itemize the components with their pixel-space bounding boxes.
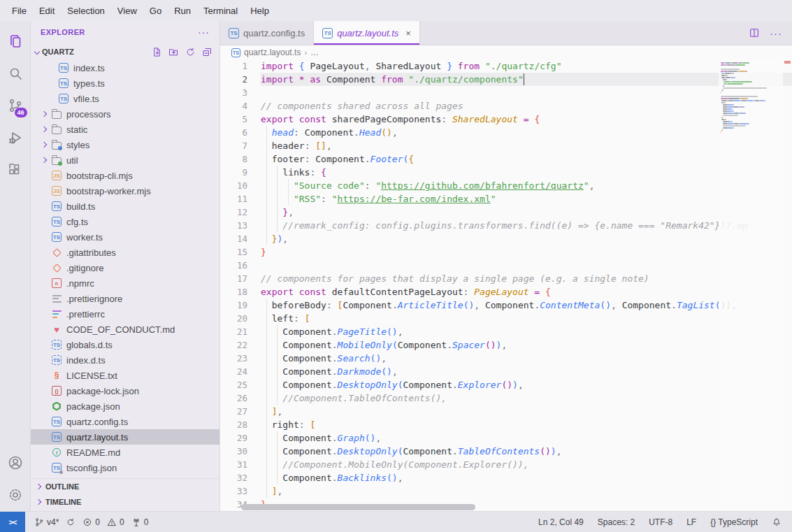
- new-folder-icon[interactable]: [168, 47, 179, 57]
- tree-item--gitignore[interactable]: .gitignore: [31, 260, 219, 275]
- remote-indicator-button[interactable]: ><: [0, 512, 25, 532]
- code-line-11[interactable]: 11 "RSS": "https://be-far.com/index.xml": [220, 192, 792, 206]
- code-line-14[interactable]: 14 }),: [220, 232, 792, 245]
- code-line-31[interactable]: 31 //Component.MobileOnly(Component.Expl…: [220, 458, 792, 471]
- tab-quartz-layout-ts[interactable]: TSquartz.layout.ts×: [314, 21, 420, 45]
- code-line-24[interactable]: 24 Component.Darkmode(),: [220, 365, 792, 378]
- tree-item--prettierignore[interactable]: .prettierignore: [31, 291, 219, 306]
- breadcrumb-symbol[interactable]: …: [310, 48, 319, 57]
- tree-item-vfile-ts[interactable]: TSvfile.ts: [31, 91, 219, 106]
- tree-item-readme-md[interactable]: iREADME.md: [31, 445, 219, 460]
- account-icon[interactable]: [0, 447, 31, 479]
- tree-item-globals-d-ts[interactable]: TSglobals.d.ts: [31, 337, 219, 352]
- tree-item-index-ts[interactable]: TSindex.ts: [31, 60, 219, 76]
- code-line-21[interactable]: 21 Component.PageTitle(),: [220, 325, 792, 338]
- status-spaces-2[interactable]: Spaces: 2: [596, 517, 637, 527]
- status-v4-[interactable]: v4*: [32, 517, 61, 527]
- section-timeline[interactable]: TIMELINE: [31, 494, 219, 510]
- status-0[interactable]: 0: [80, 517, 102, 527]
- menu-run[interactable]: Run: [168, 3, 197, 19]
- more-actions-icon[interactable]: ···: [198, 27, 210, 38]
- menu-go[interactable]: Go: [143, 3, 168, 19]
- tree-item-worker-ts[interactable]: TSworker.ts: [31, 229, 219, 245]
- tab-quartz-config-ts[interactable]: TSquartz.config.ts: [220, 21, 314, 45]
- new-file-icon[interactable]: [152, 47, 162, 57]
- code-line-6[interactable]: 6 head: Component.Head(),: [220, 126, 792, 139]
- code-line-16[interactable]: 16: [220, 259, 792, 272]
- menu-file[interactable]: File: [6, 3, 33, 19]
- more-actions-icon[interactable]: ···: [770, 27, 782, 39]
- status-bell[interactable]: [770, 517, 784, 527]
- code-line-19[interactable]: 19 beforeBody: [Component.ArticleTitle()…: [220, 299, 792, 312]
- code-line-25[interactable]: 25 Component.DesktopOnly(Component.Explo…: [220, 378, 792, 391]
- menu-view[interactable]: View: [111, 3, 143, 19]
- breadcrumb-file[interactable]: quartz.layout.ts: [244, 48, 301, 57]
- code-line-20[interactable]: 20 left: [: [220, 312, 792, 325]
- tree-item-bootstrap-worker-mjs[interactable]: JSbootstrap-worker.mjs: [31, 183, 219, 199]
- tree-item-bootstrap-cli-mjs[interactable]: JSbootstrap-cli.mjs: [31, 168, 219, 183]
- menu-selection[interactable]: Selection: [61, 3, 110, 19]
- extensions-icon[interactable]: [0, 154, 31, 186]
- horizontal-scrollbar[interactable]: [241, 504, 475, 510]
- tree-item-package-lock-json[interactable]: {}package-lock.json: [31, 383, 219, 398]
- code-line-3[interactable]: 3: [220, 86, 792, 99]
- search-icon[interactable]: [0, 57, 31, 89]
- code-line-32[interactable]: 32 Component.Backlinks(),: [220, 471, 792, 484]
- tree-item--gitattributes[interactable]: .gitattributes: [31, 245, 219, 260]
- minimap[interactable]: [719, 59, 783, 504]
- code-line-26[interactable]: 26 //Component.TableOfContents(),: [220, 391, 792, 405]
- tree-item-index-d-ts[interactable]: TSindex.d.ts: [31, 352, 219, 368]
- tree-item-processors[interactable]: processors: [31, 106, 219, 122]
- code-line-1[interactable]: 1import { PageLayout, SharedLayout } fro…: [220, 59, 792, 73]
- status--typescript[interactable]: {} TypeScript: [708, 517, 760, 527]
- code-line-5[interactable]: 5export const sharedPageComponents: Shar…: [220, 113, 792, 126]
- code-line-15[interactable]: 15}: [220, 245, 792, 259]
- status-0[interactable]: 0: [105, 517, 127, 527]
- status-ln-2-col-49[interactable]: Ln 2, Col 49: [536, 517, 586, 527]
- tree-item-cfg-ts[interactable]: TScfg.ts: [31, 214, 219, 229]
- split-editor-icon[interactable]: [749, 27, 760, 38]
- code-line-4[interactable]: 4// components shared across all pages: [220, 99, 792, 113]
- code-line-29[interactable]: 29 Component.Graph(),: [220, 431, 792, 445]
- refresh-icon[interactable]: [185, 47, 196, 57]
- code-line-27[interactable]: 27 ],: [220, 405, 792, 418]
- status-sync[interactable]: [64, 517, 78, 527]
- code-line-28[interactable]: 28 right: [: [220, 418, 792, 431]
- run-debug-icon[interactable]: [0, 122, 31, 154]
- breadcrumb[interactable]: TS quartz.layout.ts › …: [220, 45, 792, 59]
- code-line-17[interactable]: 17// components for pages that display a…: [220, 272, 792, 285]
- tree-item-license-txt[interactable]: §LICENSE.txt: [31, 368, 219, 383]
- project-section-header[interactable]: QUARTZ: [31, 43, 219, 60]
- tree-item-static[interactable]: static: [31, 122, 219, 137]
- code-line-30[interactable]: 30 Component.DesktopOnly(Component.Table…: [220, 445, 792, 458]
- code-line-23[interactable]: 23 Component.Search(),: [220, 352, 792, 365]
- tree-item-styles[interactable]: styles: [31, 137, 219, 152]
- tree-item-types-ts[interactable]: TStypes.ts: [31, 76, 219, 91]
- code-line-9[interactable]: 9 links: {: [220, 166, 792, 179]
- menu-terminal[interactable]: Terminal: [197, 3, 244, 19]
- source-control-icon[interactable]: 46: [0, 89, 31, 122]
- code-editor[interactable]: 1import { PageLayout, SharedLayout } fro…: [220, 59, 792, 511]
- code-line-8[interactable]: 8 footer: Component.Footer({: [220, 152, 792, 166]
- section-outline[interactable]: OUTLINE: [31, 479, 219, 494]
- tree-item-util[interactable]: util: [31, 152, 219, 168]
- collapse-all-icon[interactable]: [202, 47, 213, 57]
- code-line-13[interactable]: 13 //remark_config: config.plugins.trans…: [220, 219, 792, 232]
- tree-item-tsconfig-json[interactable]: TStsconfig.json: [31, 460, 219, 475]
- code-line-12[interactable]: 12 },: [220, 206, 792, 219]
- code-line-7[interactable]: 7 header: [],: [220, 139, 792, 152]
- settings-icon[interactable]: [0, 479, 31, 511]
- code-line-10[interactable]: 10 "Source code": "https://github.com/bf…: [220, 179, 792, 192]
- vertical-scrollbar[interactable]: [783, 59, 792, 511]
- explorer-icon[interactable]: [0, 25, 31, 57]
- tree-item--prettierrc[interactable]: .prettierrc: [31, 306, 219, 322]
- close-icon[interactable]: ×: [405, 28, 411, 38]
- status-lf[interactable]: LF: [684, 517, 698, 527]
- tree-item-quartz-config-ts[interactable]: TSquartz.config.ts: [31, 414, 219, 429]
- menu-help[interactable]: Help: [244, 3, 275, 19]
- code-line-18[interactable]: 18export const defaultContentPageLayout:…: [220, 285, 792, 299]
- tree-item-quartz-layout-ts[interactable]: TSquartz.layout.ts: [31, 429, 219, 445]
- code-line-2[interactable]: 2import * as Component from "./quartz/co…: [220, 73, 792, 86]
- status-0[interactable]: 0: [129, 517, 151, 527]
- tree-item-package-json[interactable]: package.json: [31, 398, 219, 414]
